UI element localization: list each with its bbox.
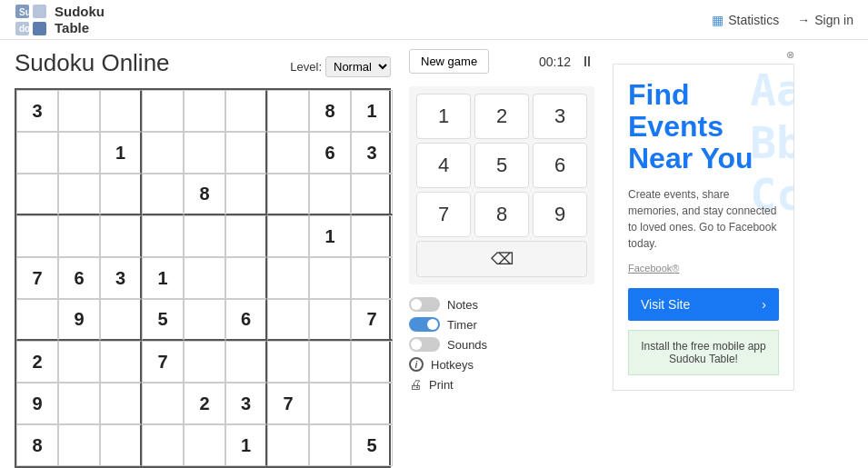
pause-button[interactable]: ⏸ bbox=[580, 54, 594, 70]
level-select[interactable]: Normal Easy Hard Expert bbox=[325, 56, 391, 77]
sudoku-cell[interactable]: 9 bbox=[16, 383, 58, 424]
sudoku-cell[interactable] bbox=[225, 174, 267, 215]
sudoku-cell[interactable] bbox=[58, 383, 100, 424]
print-row[interactable]: 🖨 Print bbox=[409, 377, 594, 392]
sudoku-cell[interactable] bbox=[184, 257, 225, 299]
sudoku-cell[interactable]: 9 bbox=[58, 299, 100, 341]
sounds-toggle[interactable] bbox=[409, 337, 440, 352]
numpad-button[interactable]: 6 bbox=[533, 143, 587, 188]
sudoku-cell[interactable] bbox=[16, 132, 58, 174]
sudoku-cell[interactable] bbox=[309, 257, 351, 299]
sudoku-cell[interactable]: 6 bbox=[58, 257, 100, 299]
numpad-button[interactable]: 7 bbox=[416, 192, 471, 237]
numpad-button[interactable]: 5 bbox=[474, 143, 529, 188]
sudoku-cell[interactable] bbox=[225, 341, 267, 383]
sudoku-cell[interactable] bbox=[100, 174, 142, 215]
sudoku-cell[interactable] bbox=[58, 424, 100, 466]
numpad-button[interactable]: 3 bbox=[533, 94, 587, 139]
sudoku-cell[interactable] bbox=[142, 383, 184, 424]
sudoku-cell[interactable]: 6 bbox=[225, 299, 267, 341]
sudoku-cell[interactable] bbox=[100, 424, 142, 466]
sudoku-cell[interactable] bbox=[16, 215, 58, 257]
new-game-button[interactable]: New game bbox=[409, 49, 489, 74]
sudoku-cell[interactable] bbox=[309, 424, 351, 466]
sudoku-cell[interactable] bbox=[267, 424, 309, 466]
sudoku-cell[interactable]: 3 bbox=[225, 383, 267, 424]
notes-toggle[interactable] bbox=[409, 297, 440, 312]
sudoku-cell[interactable] bbox=[142, 174, 184, 215]
sudoku-cell[interactable]: 5 bbox=[142, 299, 184, 341]
sudoku-cell[interactable] bbox=[309, 299, 351, 341]
sudoku-cell[interactable]: 3 bbox=[16, 90, 58, 132]
visit-site-button[interactable]: Visit Site › bbox=[628, 288, 779, 321]
sudoku-cell[interactable] bbox=[267, 341, 309, 383]
sudoku-cell[interactable] bbox=[225, 132, 267, 174]
sudoku-cell[interactable] bbox=[267, 257, 309, 299]
sudoku-cell[interactable]: 7 bbox=[267, 383, 309, 424]
sudoku-cell[interactable] bbox=[184, 215, 225, 257]
sudoku-cell[interactable] bbox=[225, 90, 267, 132]
sudoku-cell[interactable] bbox=[142, 90, 184, 132]
timer-toggle[interactable] bbox=[409, 317, 440, 332]
sudoku-cell[interactable] bbox=[351, 383, 393, 424]
sudoku-cell[interactable]: 1 bbox=[351, 90, 393, 132]
ad-close-button[interactable]: ⊗ bbox=[786, 49, 794, 61]
sudoku-cell[interactable] bbox=[267, 90, 309, 132]
sudoku-cell[interactable]: 2 bbox=[184, 383, 225, 424]
signin-button[interactable]: → Sign in bbox=[797, 13, 853, 27]
sudoku-cell[interactable] bbox=[142, 132, 184, 174]
sudoku-cell[interactable]: 8 bbox=[184, 174, 225, 215]
sudoku-cell[interactable] bbox=[351, 341, 393, 383]
sudoku-cell[interactable] bbox=[100, 299, 142, 341]
statistics-button[interactable]: ▦ Statistics bbox=[712, 13, 779, 27]
sudoku-cell[interactable] bbox=[16, 299, 58, 341]
ad-link[interactable]: Facebook® bbox=[628, 263, 779, 274]
sudoku-cell[interactable] bbox=[267, 215, 309, 257]
sudoku-cell[interactable] bbox=[184, 132, 225, 174]
sudoku-cell[interactable] bbox=[309, 383, 351, 424]
sudoku-cell[interactable] bbox=[351, 215, 393, 257]
sudoku-cell[interactable]: 3 bbox=[351, 132, 393, 174]
sudoku-cell[interactable] bbox=[58, 341, 100, 383]
numpad-button[interactable]: 9 bbox=[533, 192, 587, 237]
sudoku-cell[interactable]: 7 bbox=[351, 299, 393, 341]
sudoku-cell[interactable] bbox=[184, 299, 225, 341]
numpad-button[interactable]: 8 bbox=[474, 192, 529, 237]
sudoku-cell[interactable] bbox=[267, 299, 309, 341]
sudoku-cell[interactable] bbox=[58, 90, 100, 132]
sudoku-cell[interactable]: 1 bbox=[309, 215, 351, 257]
sudoku-cell[interactable] bbox=[100, 215, 142, 257]
sudoku-cell[interactable]: 1 bbox=[225, 424, 267, 466]
numpad-button[interactable]: 2 bbox=[474, 94, 529, 139]
sudoku-cell[interactable] bbox=[184, 90, 225, 132]
numpad-button[interactable]: 1 bbox=[416, 94, 471, 139]
sudoku-cell[interactable] bbox=[267, 174, 309, 215]
sudoku-cell[interactable]: 8 bbox=[309, 90, 351, 132]
sudoku-cell[interactable]: 7 bbox=[16, 257, 58, 299]
sudoku-cell[interactable] bbox=[100, 341, 142, 383]
sudoku-cell[interactable] bbox=[58, 132, 100, 174]
sudoku-cell[interactable] bbox=[309, 341, 351, 383]
sudoku-cell[interactable]: 1 bbox=[142, 257, 184, 299]
sudoku-cell[interactable] bbox=[58, 174, 100, 215]
sudoku-cell[interactable] bbox=[184, 341, 225, 383]
sudoku-cell[interactable]: 8 bbox=[16, 424, 58, 466]
sudoku-cell[interactable]: 3 bbox=[100, 257, 142, 299]
sudoku-cell[interactable] bbox=[267, 132, 309, 174]
erase-button[interactable]: ⌫ bbox=[416, 241, 587, 277]
sudoku-cell[interactable] bbox=[351, 174, 393, 215]
hotkeys-row[interactable]: i Hotkeys bbox=[409, 357, 594, 372]
sudoku-cell[interactable]: 7 bbox=[142, 341, 184, 383]
sudoku-cell[interactable]: 1 bbox=[100, 132, 142, 174]
sudoku-cell[interactable] bbox=[225, 215, 267, 257]
sudoku-cell[interactable]: 5 bbox=[351, 424, 393, 466]
sudoku-cell[interactable]: 2 bbox=[16, 341, 58, 383]
sudoku-cell[interactable] bbox=[58, 215, 100, 257]
sudoku-cell[interactable] bbox=[351, 257, 393, 299]
sudoku-cell[interactable] bbox=[100, 90, 142, 132]
sudoku-cell[interactable] bbox=[16, 174, 58, 215]
sudoku-cell[interactable] bbox=[184, 424, 225, 466]
sudoku-cell[interactable] bbox=[142, 215, 184, 257]
sudoku-cell[interactable] bbox=[100, 383, 142, 424]
numpad-button[interactable]: 4 bbox=[416, 143, 471, 188]
